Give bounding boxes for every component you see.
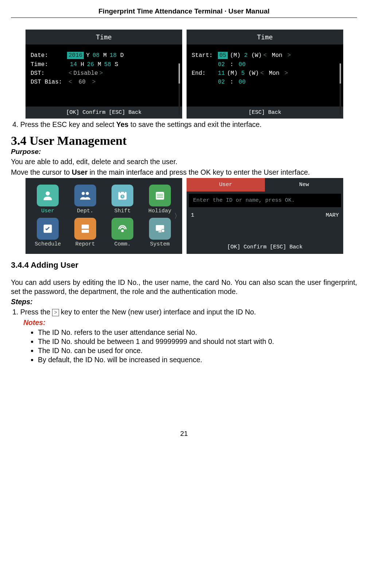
s2-end-w[interactable]: 5 [241,70,245,77]
menu-item-system[interactable]: System [141,218,179,247]
holiday-icon [149,185,171,206]
s1-year[interactable]: 2016 [67,52,84,59]
svg-rect-10 [157,197,163,197]
s2-footer: [ESC] Back [187,107,343,119]
user-list-screen: User New Enter the ID or name, press OK.… [187,178,343,254]
steps-label: Steps: [11,297,357,306]
s1-mi-suf: M [98,61,101,68]
menu-item-comm[interactable]: Comm. [104,218,141,247]
menu-label: Shift [114,208,131,214]
user-screens-row: User Dept. Shift Holiday Schedule Report… [26,178,357,254]
menu-label: Dept. [77,208,93,214]
menu-item-shift[interactable]: Shift [104,185,141,214]
s2-end-m[interactable]: 11 [218,70,225,77]
svg-point-17 [161,229,165,233]
s2-w-tag: (W) [251,52,262,59]
s2-end-mm[interactable]: 00 [239,79,246,85]
s2-start-mm[interactable]: 00 [239,61,246,68]
menu-label: Holiday [148,208,171,214]
purpose-text: You are able to add, edit, delete and se… [11,157,357,166]
menu-label: Schedule [35,241,61,247]
s1-bias-val[interactable]: 60 [79,79,86,85]
s2-start-hh[interactable]: 02 [218,61,225,68]
svg-rect-13 [82,229,89,230]
s1-d-suf: D [120,52,124,59]
s1-hour[interactable]: 14 [70,61,77,68]
menu-item-schedule[interactable]: Schedule [29,218,67,247]
main-menu-screen: User Dept. Shift Holiday Schedule Report… [26,178,182,254]
svg-point-14 [122,230,123,232]
tab-new[interactable]: New [265,178,343,192]
chevron-left-icon[interactable]: < [259,70,265,77]
s1-month[interactable]: 08 [93,52,99,59]
scrollbar[interactable] [340,63,341,115]
menu-item-dept[interactable]: Dept. [67,185,104,214]
s2-end-hh[interactable]: 02 [218,79,225,85]
svg-rect-5 [124,190,125,193]
dept-icon [74,185,96,206]
user-icon [37,185,59,206]
note-item: The ID No. can be used for once. [38,347,357,355]
user-row-id: 1 [191,212,194,218]
svg-rect-8 [157,194,163,194]
chevron-right-icon[interactable]: 〉 [174,212,181,220]
s2-end-day[interactable]: Mon [269,70,279,77]
menu-item-user[interactable]: User [29,185,67,214]
s2-start-m[interactable]: 05 [218,52,228,59]
chevron-left-icon[interactable]: < [67,70,74,77]
section-heading-3-4: 3.4 User Management [11,134,357,148]
tab-user[interactable]: User [187,178,265,192]
chevron-left-icon[interactable]: < [67,79,74,85]
colon: : [230,79,234,85]
system-icon [149,218,171,240]
chevron-right-icon[interactable]: > [91,79,97,85]
screen1-title: Time [26,30,182,45]
note-item: The ID No. should be between 1 and 99999… [38,337,357,346]
s1-h-suf: H [81,61,84,68]
s2-start-day[interactable]: Mon [272,52,282,59]
notes-list: The ID No. refers to the user attendance… [28,328,357,364]
s2-end-label: End: [192,70,218,77]
s2-m-tag: (M) [227,70,238,77]
menu-item-report[interactable]: Report [67,218,104,247]
step-1: 1. Press the > key to enter the New (new… [12,307,357,316]
s1-day[interactable]: 18 [110,52,117,59]
s2-start-w[interactable]: 2 [244,52,248,59]
s1-bias-label: DST Bias: [31,79,67,85]
note-item: The ID No. refers to the user attendance… [38,328,357,337]
comm-icon [111,218,133,240]
svg-point-0 [46,192,50,196]
chevron-right-icon[interactable]: > [283,70,290,77]
user-row[interactable]: 1 MARY [187,209,343,221]
menu-label: System [150,241,170,247]
s2-w-tag: (W) [248,70,259,77]
adding-user-para: You can add users by editing the ID No.,… [11,278,357,296]
menu-item-holiday[interactable]: Holiday [141,185,179,214]
s1-dst-val[interactable]: Disable [74,70,98,77]
time-screen-1: Time Date: 2016 Y 08 M 18 D Time: 14 [26,30,182,119]
scrollbar[interactable] [179,63,180,115]
user-footer: [OK] Confirm [ESC] Back [187,240,343,254]
s1-s-suf: S [115,61,118,68]
menu-label: User [41,208,54,214]
menu-label: Comm. [114,241,131,247]
s1-second[interactable]: 58 [104,61,111,68]
chevron-left-icon[interactable]: < [262,52,268,59]
colon: : [230,61,234,68]
screen2-title: Time [187,30,343,45]
s1-y-suf: Y [86,52,90,59]
chevron-right-icon[interactable]: > [286,52,293,59]
svg-point-1 [82,192,85,195]
s1-time-label: Time: [31,61,67,68]
s2-start-label: Start: [192,52,218,59]
s1-minute[interactable]: 26 [87,61,94,68]
svg-rect-4 [120,190,121,193]
time-screens-row: Time Date: 2016 Y 08 M 18 D Time: 14 [26,30,357,119]
doc-header: Fingerprint Time Attendance Terminal · U… [11,7,357,18]
page-number: 21 [11,430,357,438]
s2-m-tag: (M) [230,52,240,59]
svg-rect-9 [157,196,163,196]
svg-rect-16 [158,231,162,232]
schedule-icon [37,218,59,240]
chevron-right-icon[interactable]: > [98,70,105,77]
